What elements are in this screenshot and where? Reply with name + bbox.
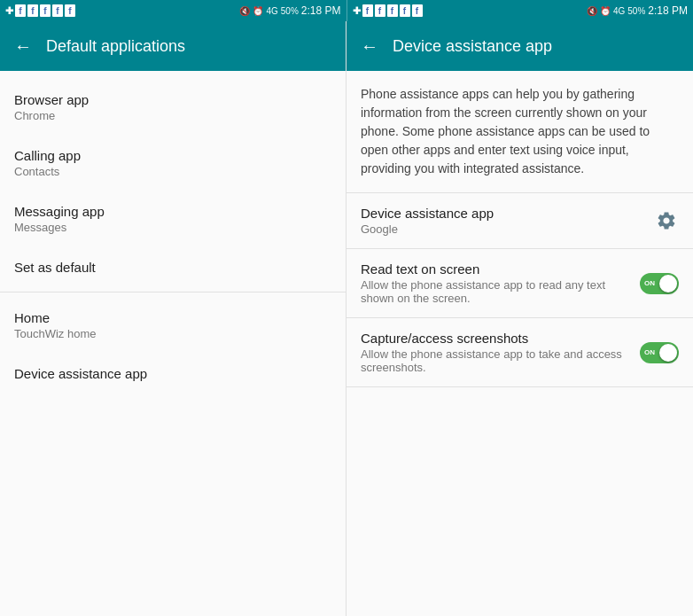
fb-icon-r5: f bbox=[412, 4, 423, 17]
signal-text: 4G bbox=[266, 6, 277, 16]
right-back-button[interactable]: ← bbox=[361, 36, 378, 57]
plus-icon-r: ✚ bbox=[353, 5, 361, 17]
status-time-left: 2:18 PM bbox=[301, 4, 341, 17]
main-container: ← Default applications Browser app Chrom… bbox=[0, 21, 693, 616]
status-icons-right-right: 🔇 ⏰ 4G 50% 2:18 PM bbox=[587, 4, 688, 17]
capture-screenshots-toggle[interactable] bbox=[640, 342, 679, 363]
info-description: Phone assistance apps can help you by ga… bbox=[346, 71, 693, 193]
set-as-default-title: Set as default bbox=[14, 260, 331, 275]
browser-app-title: Browser app bbox=[14, 92, 331, 107]
set-as-default-item[interactable]: Set as default bbox=[0, 246, 346, 288]
calling-app-subtitle: Contacts bbox=[14, 165, 331, 178]
fb-icon-r3: f bbox=[387, 4, 398, 17]
status-icons-left: ✚ f f f f f bbox=[5, 4, 75, 17]
messaging-app-title: Messaging app bbox=[14, 204, 331, 219]
settings-divider bbox=[0, 292, 346, 292]
device-assistance-app-row[interactable]: Device assistance app Google bbox=[346, 193, 693, 249]
read-text-text: Read text on screen Allow the phone assi… bbox=[361, 261, 640, 305]
right-toolbar-title: Device assistance app bbox=[393, 37, 552, 56]
device-assistance-title: Device assistance app bbox=[14, 366, 331, 381]
fb-icon-r2: f bbox=[375, 4, 385, 17]
home-item[interactable]: Home TouchWiz home bbox=[0, 296, 346, 352]
gear-icon[interactable] bbox=[654, 208, 679, 233]
signal-text-r: 4G bbox=[613, 6, 625, 16]
read-text-toggle[interactable] bbox=[640, 273, 679, 294]
messaging-app-item[interactable]: Messaging app Messages bbox=[0, 190, 346, 246]
battery-text-r: 50% bbox=[627, 6, 645, 16]
fb-icon-3: f bbox=[40, 4, 51, 17]
status-time-right: 2:18 PM bbox=[648, 4, 688, 17]
status-bar: ✚ f f f f f 🔇 ⏰ 4G 50% 2:18 PM ✚ f f f f… bbox=[0, 0, 693, 21]
device-assistance-app-text: Device assistance app Google bbox=[361, 206, 654, 236]
read-text-toggle-knob bbox=[659, 275, 677, 292]
fb-icon-4: f bbox=[52, 4, 63, 17]
fb-icon-5: f bbox=[65, 4, 75, 17]
fb-icon-2: f bbox=[27, 4, 38, 17]
capture-screenshots-row[interactable]: Capture/access screenshots Allow the pho… bbox=[346, 318, 693, 387]
read-text-row[interactable]: Read text on screen Allow the phone assi… bbox=[346, 249, 693, 318]
fb-icon-r1: f bbox=[362, 4, 373, 17]
alarm-icon-r: ⏰ bbox=[600, 6, 611, 16]
device-assistance-item[interactable]: Device assistance app bbox=[0, 352, 346, 394]
device-assistance-app-subtitle: Google bbox=[361, 222, 654, 236]
calling-app-title: Calling app bbox=[14, 148, 331, 163]
status-icons-right-left: 🔇 ⏰ 4G 50% 2:18 PM bbox=[239, 4, 340, 17]
left-toolbar: ← Default applications bbox=[0, 21, 346, 71]
messaging-app-subtitle: Messages bbox=[14, 221, 331, 234]
read-text-title: Read text on screen bbox=[361, 261, 640, 277]
settings-list: Browser app Chrome Calling app Contacts … bbox=[0, 71, 346, 616]
device-assistance-app-title: Device assistance app bbox=[361, 206, 654, 221]
left-panel: ← Default applications Browser app Chrom… bbox=[0, 21, 346, 616]
status-icons-right2: ✚ f f f f f bbox=[353, 4, 423, 17]
home-subtitle: TouchWiz home bbox=[14, 327, 331, 340]
capture-screenshots-text: Capture/access screenshots Allow the pho… bbox=[361, 331, 640, 374]
plus-icon: ✚ bbox=[5, 5, 13, 17]
calling-app-item[interactable]: Calling app Contacts bbox=[0, 134, 346, 190]
battery-text: 50% bbox=[281, 6, 299, 16]
right-panel: ← Device assistance app Phone assistance… bbox=[346, 21, 693, 616]
fb-icon-r4: f bbox=[400, 4, 410, 17]
left-toolbar-title: Default applications bbox=[46, 37, 185, 56]
right-toolbar: ← Device assistance app bbox=[346, 21, 693, 71]
browser-app-subtitle: Chrome bbox=[14, 109, 331, 122]
alarm-icon: ⏰ bbox=[253, 6, 263, 16]
capture-screenshots-toggle-knob bbox=[659, 344, 677, 362]
browser-app-item[interactable]: Browser app Chrome bbox=[0, 78, 346, 134]
status-bar-left: ✚ f f f f f 🔇 ⏰ 4G 50% 2:18 PM bbox=[0, 0, 346, 21]
mute-icon: 🔇 bbox=[239, 6, 250, 16]
capture-screenshots-title: Capture/access screenshots bbox=[361, 331, 640, 346]
status-bar-right: ✚ f f f f f 🔇 ⏰ 4G 50% 2:18 PM bbox=[347, 0, 694, 21]
mute-icon-r: 🔇 bbox=[587, 6, 597, 16]
home-title: Home bbox=[14, 310, 331, 325]
left-back-button[interactable]: ← bbox=[14, 36, 32, 57]
read-text-subtitle: Allow the phone assistance app to read a… bbox=[361, 278, 640, 305]
capture-screenshots-subtitle: Allow the phone assistance app to take a… bbox=[361, 347, 640, 374]
fb-icon-1: f bbox=[15, 4, 26, 17]
